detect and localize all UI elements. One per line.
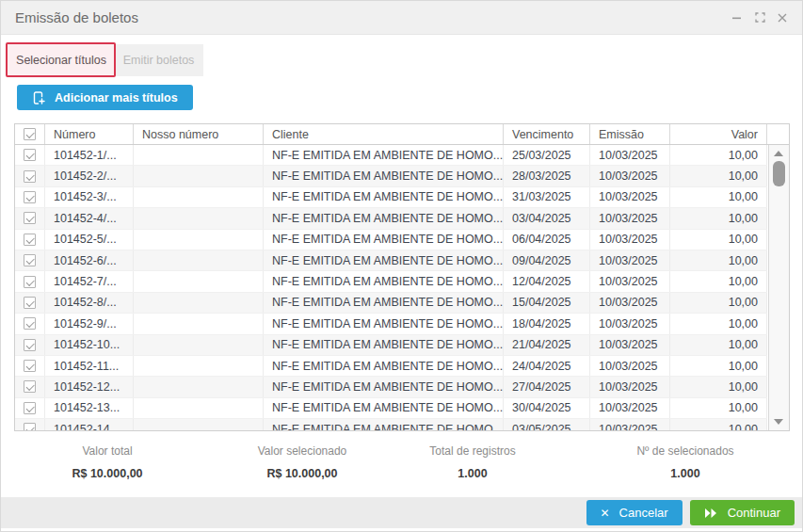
row-checkbox[interactable]	[24, 254, 36, 266]
cell-emissao: 10/03/2025	[590, 145, 670, 165]
cell-nosso-numero	[134, 293, 264, 313]
table-row[interactable]: 101452-5/... NF-E EMITIDA EM AMBIENTE DE…	[15, 230, 767, 250]
cell-numero: 101452-5/...	[45, 230, 134, 250]
cell-emissao: 10/03/2025	[590, 335, 670, 355]
cell-vencimento: 18/04/2025	[504, 314, 590, 333]
table-row[interactable]: 101452-14... NF-E EMITIDA EM AMBIENTE DE…	[15, 419, 767, 430]
dialog-titlebar: Emissão de boletos	[1, 1, 802, 35]
cell-valor: 10,00	[670, 187, 767, 207]
table-row[interactable]: 101452-1/... NF-E EMITIDA EM AMBIENTE DE…	[15, 145, 767, 166]
minimize-icon[interactable]	[729, 9, 746, 26]
cell-cliente: NF-E EMITIDA EM AMBIENTE DE HOMO...	[264, 398, 504, 418]
cell-emissao: 10/03/2025	[590, 250, 670, 270]
row-checkbox[interactable]	[24, 212, 36, 224]
cell-valor: 10,00	[670, 398, 767, 418]
cell-valor: 10,00	[670, 356, 767, 376]
summary-value: 1.000	[636, 467, 733, 480]
table-row[interactable]: 101452-6/... NF-E EMITIDA EM AMBIENTE DE…	[15, 250, 767, 271]
cell-vencimento: 27/04/2025	[504, 377, 590, 396]
cell-numero: 101452-14...	[45, 419, 134, 430]
column-header-emissao[interactable]: Emissão	[590, 124, 670, 144]
cancel-label: Cancelar	[619, 506, 668, 520]
table-row[interactable]: 101452-3/... NF-E EMITIDA EM AMBIENTE DE…	[15, 187, 767, 208]
cell-emissao: 10/03/2025	[590, 293, 670, 313]
cancel-button[interactable]: ✕ Cancelar	[586, 500, 683, 525]
cell-numero: 101452-11...	[45, 356, 134, 376]
column-header-numero[interactable]: Número	[45, 124, 134, 144]
cell-vencimento: 28/03/2025	[504, 166, 590, 185]
summary-value: 1.000	[429, 467, 515, 480]
tab-strip: Selecionar títulos Emitir boletos	[1, 44, 802, 76]
vertical-scrollbar[interactable]	[768, 145, 789, 430]
continue-button[interactable]: Continuar	[690, 500, 795, 525]
row-checkbox-cell	[15, 230, 45, 250]
row-checkbox[interactable]	[24, 360, 36, 372]
row-checkbox[interactable]	[24, 423, 36, 430]
table-row[interactable]: 101452-2/... NF-E EMITIDA EM AMBIENTE DE…	[15, 166, 767, 186]
cell-numero: 101452-7/...	[45, 271, 134, 291]
column-header-valor[interactable]: Valor	[670, 124, 767, 144]
table-row[interactable]: 101452-9/... NF-E EMITIDA EM AMBIENTE DE…	[15, 314, 767, 334]
cell-emissao: 10/03/2025	[590, 271, 670, 291]
row-checkbox[interactable]	[24, 317, 36, 330]
row-checkbox[interactable]	[24, 234, 36, 246]
summary-label: Valor selecionado	[258, 444, 347, 458]
dialog-title: Emissão de boletos	[15, 9, 138, 25]
row-checkbox-cell	[15, 293, 45, 313]
cell-cliente: NF-E EMITIDA EM AMBIENTE DE HOMO...	[264, 250, 504, 270]
row-checkbox[interactable]	[24, 191, 36, 203]
cell-valor: 10,00	[670, 166, 767, 185]
cell-nosso-numero	[134, 230, 264, 250]
row-checkbox[interactable]	[24, 149, 36, 161]
cell-emissao: 10/03/2025	[590, 230, 670, 250]
column-header-vencimento[interactable]: Vencimento	[504, 124, 590, 144]
row-checkbox-cell	[15, 356, 45, 376]
add-more-titles-button[interactable]: Adicionar mais títulos	[17, 85, 193, 110]
cell-nosso-numero	[134, 356, 264, 376]
cell-nosso-numero	[134, 377, 264, 396]
table-row[interactable]: 101452-8/... NF-E EMITIDA EM AMBIENTE DE…	[15, 293, 767, 314]
column-header-nosso-numero[interactable]: Nosso número	[134, 124, 264, 144]
tab-selecionar-titulos[interactable]: Selecionar títulos	[8, 44, 114, 76]
row-checkbox-cell	[15, 314, 45, 333]
cell-vencimento: 06/04/2025	[504, 230, 590, 250]
cell-numero: 101452-2/...	[45, 166, 134, 185]
cell-valor: 10,00	[670, 335, 767, 355]
scroll-up-icon[interactable]	[774, 151, 783, 156]
cell-cliente: NF-E EMITIDA EM AMBIENTE DE HOMO...	[264, 145, 504, 165]
cell-nosso-numero	[134, 250, 264, 270]
table-row[interactable]: 101452-12... NF-E EMITIDA EM AMBIENTE DE…	[15, 377, 767, 397]
window-controls	[729, 9, 791, 26]
table-row[interactable]: 101452-13... NF-E EMITIDA EM AMBIENTE DE…	[15, 398, 767, 419]
close-icon[interactable]	[774, 9, 791, 26]
table-row[interactable]: 101452-10... NF-E EMITIDA EM AMBIENTE DE…	[15, 335, 767, 356]
row-checkbox[interactable]	[24, 170, 36, 183]
maximize-icon[interactable]	[751, 9, 768, 26]
row-checkbox[interactable]	[24, 380, 36, 393]
cell-emissao: 10/03/2025	[590, 356, 670, 376]
cell-nosso-numero	[134, 187, 264, 207]
summary-label: Valor total	[72, 444, 142, 458]
row-checkbox-cell	[15, 271, 45, 291]
tab-emitir-boletos[interactable]: Emitir boletos	[114, 44, 203, 76]
table-row[interactable]: 101452-7/... NF-E EMITIDA EM AMBIENTE DE…	[15, 271, 767, 292]
row-checkbox[interactable]	[24, 402, 36, 414]
cell-valor: 10,00	[670, 377, 767, 396]
column-header-cliente[interactable]: Cliente	[264, 124, 504, 144]
summary-valor-total: Valor total R$ 10.000,00	[72, 444, 142, 480]
row-checkbox[interactable]	[24, 339, 36, 351]
cell-cliente: NF-E EMITIDA EM AMBIENTE DE HOMO...	[264, 356, 504, 376]
row-checkbox-cell	[15, 145, 45, 165]
table-body: 101452-1/... NF-E EMITIDA EM AMBIENTE DE…	[15, 145, 789, 430]
table-row[interactable]: 101452-11... NF-E EMITIDA EM AMBIENTE DE…	[15, 356, 767, 377]
scroll-down-icon[interactable]	[774, 419, 783, 425]
cell-nosso-numero	[134, 419, 264, 430]
select-all-checkbox[interactable]	[24, 128, 36, 140]
table-header-row: Número Nosso número Cliente Vencimento E…	[15, 124, 789, 145]
cell-cliente: NF-E EMITIDA EM AMBIENTE DE HOMO...	[264, 208, 504, 228]
row-checkbox[interactable]	[24, 297, 36, 309]
scrollbar-thumb[interactable]	[773, 161, 785, 186]
cell-valor: 10,00	[670, 145, 767, 165]
table-row[interactable]: 101452-4/... NF-E EMITIDA EM AMBIENTE DE…	[15, 208, 767, 229]
row-checkbox[interactable]	[24, 276, 36, 288]
